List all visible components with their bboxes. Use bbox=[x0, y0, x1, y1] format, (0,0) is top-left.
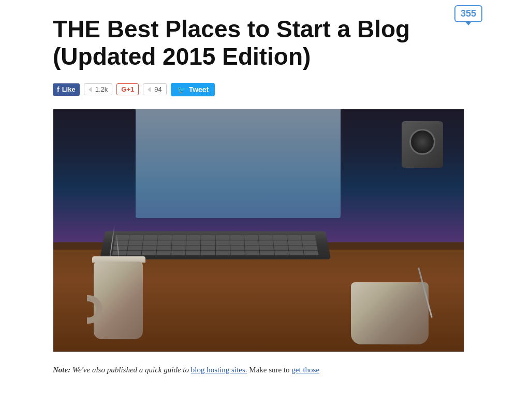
get-those-link[interactable]: get those bbox=[291, 366, 319, 374]
comment-bubble[interactable]: 355 bbox=[454, 5, 482, 22]
comment-count: 355 bbox=[461, 8, 476, 19]
note-middle: Make sure to bbox=[247, 366, 292, 374]
note-text: Note: We've also published a quick guide… bbox=[53, 364, 467, 377]
gplus-count-box: 94 bbox=[143, 83, 166, 95]
facebook-count-box: 1.2k bbox=[84, 83, 113, 95]
count-arrow-gplus bbox=[148, 87, 151, 92]
mug-right-body bbox=[351, 282, 429, 344]
twitter-tweet-label: Tweet bbox=[189, 85, 209, 94]
count-arrow bbox=[89, 87, 92, 92]
hero-image bbox=[53, 109, 464, 352]
page-wrapper: 355 THE Best Places to Start a Blog (Upd… bbox=[42, 0, 488, 387]
note-bold: Note: bbox=[53, 366, 70, 374]
gplus-button[interactable]: G+1 bbox=[116, 83, 139, 95]
twitter-tweet-button[interactable]: 🐦 Tweet bbox=[171, 83, 215, 96]
facebook-like-button[interactable]: f Like bbox=[53, 83, 80, 96]
social-bar: f Like 1.2k G+1 94 🐦 Tweet bbox=[53, 83, 477, 96]
comment-count-box[interactable]: 355 bbox=[454, 5, 482, 22]
mug-left bbox=[86, 249, 153, 339]
note-italic: We've also published a quick guide to bbox=[70, 366, 191, 374]
facebook-like-label: Like bbox=[62, 85, 76, 93]
twitter-icon: 🐦 bbox=[177, 85, 186, 94]
screen-light bbox=[136, 109, 341, 219]
blog-hosting-link[interactable]: blog hosting sites. bbox=[191, 366, 247, 374]
gplus-label: G+1 bbox=[121, 85, 134, 93]
hero-scene bbox=[53, 109, 464, 352]
speaker bbox=[402, 121, 443, 168]
speaker-cone bbox=[409, 129, 435, 155]
mug-right bbox=[351, 272, 431, 344]
note-bold-em: Note: bbox=[53, 366, 70, 374]
facebook-icon: f bbox=[57, 85, 60, 94]
gplus-count: 94 bbox=[154, 85, 161, 93]
page-title: THE Best Places to Start a Blog (Updated… bbox=[53, 16, 457, 70]
facebook-count: 1.2k bbox=[95, 85, 108, 93]
mug-body bbox=[94, 262, 143, 339]
